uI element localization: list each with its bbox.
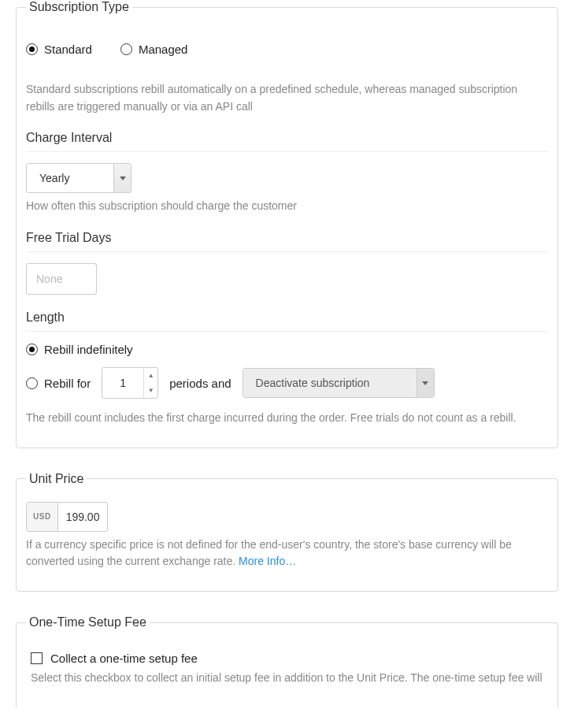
charge-interval-select[interactable]: Yearly — [26, 163, 131, 193]
rebill-action-value: Deactivate subscription — [243, 369, 417, 397]
stepper-down-icon[interactable]: ▼ — [144, 383, 157, 398]
radio-icon — [26, 43, 38, 55]
radio-standard[interactable]: Standard — [26, 43, 92, 56]
periods-and-text: periods and — [169, 377, 231, 390]
subscription-type-help: Standard subscriptions rebill automatica… — [26, 81, 548, 115]
currency-badge: USD — [27, 503, 58, 531]
rebill-periods-value: 1 — [102, 368, 143, 398]
radio-rebill-for-label: Rebill for — [44, 377, 91, 390]
unit-price-legend: Unit Price — [26, 472, 87, 486]
unit-price-fieldset: Unit Price USD 199.00 If a currency spec… — [16, 472, 558, 592]
charge-interval-label: Charge Interval — [26, 131, 548, 145]
setup-fee-checkbox-row[interactable]: Collect a one-time setup fee — [31, 652, 548, 665]
divider — [26, 251, 548, 252]
charge-interval-value: Yearly — [27, 164, 113, 192]
setup-fee-help: Select this checkbox to collect an initi… — [31, 670, 548, 687]
unit-price-help: If a currency specific price is not defi… — [26, 537, 548, 570]
rebill-periods-stepper[interactable]: 1 ▲ ▼ — [102, 367, 158, 399]
more-info-link[interactable]: More Info… — [239, 555, 296, 567]
chevron-down-icon — [113, 164, 131, 192]
setup-fee-fieldset: One-Time Setup Fee Collect a one-time se… — [16, 615, 558, 708]
setup-fee-legend: One-Time Setup Fee — [26, 615, 150, 630]
length-label: Length — [26, 310, 548, 325]
free-trial-input[interactable]: None — [26, 263, 97, 295]
free-trial-label: Free Trial Days — [26, 231, 548, 245]
radio-rebill-indefinitely[interactable]: Rebill indefinitely — [26, 343, 133, 356]
checkbox-icon — [31, 652, 43, 664]
radio-rebill-for[interactable]: Rebill for — [26, 377, 91, 390]
radio-icon — [120, 43, 132, 55]
radio-icon — [26, 344, 38, 355]
subscription-type-fieldset: Subscription Type Standard Managed Stand… — [16, 0, 558, 448]
chevron-down-icon — [417, 369, 434, 397]
radio-rebill-indefinitely-label: Rebill indefinitely — [44, 343, 133, 356]
radio-managed[interactable]: Managed — [120, 43, 188, 56]
unit-price-input[interactable]: USD 199.00 — [26, 502, 108, 532]
radio-standard-label: Standard — [44, 43, 92, 56]
rebill-action-select[interactable]: Deactivate subscription — [243, 368, 435, 398]
setup-fee-checkbox-label: Collect a one-time setup fee — [50, 652, 198, 665]
charge-interval-help: How often this subscription should charg… — [26, 198, 548, 215]
divider — [26, 151, 548, 152]
divider — [26, 331, 548, 332]
unit-price-value: 199.00 — [58, 503, 108, 531]
stepper-up-icon[interactable]: ▲ — [144, 368, 157, 383]
radio-icon — [26, 377, 38, 389]
subscription-type-legend: Subscription Type — [26, 0, 132, 14]
radio-managed-label: Managed — [139, 43, 188, 56]
length-help: The rebill count includes the first char… — [26, 410, 548, 427]
